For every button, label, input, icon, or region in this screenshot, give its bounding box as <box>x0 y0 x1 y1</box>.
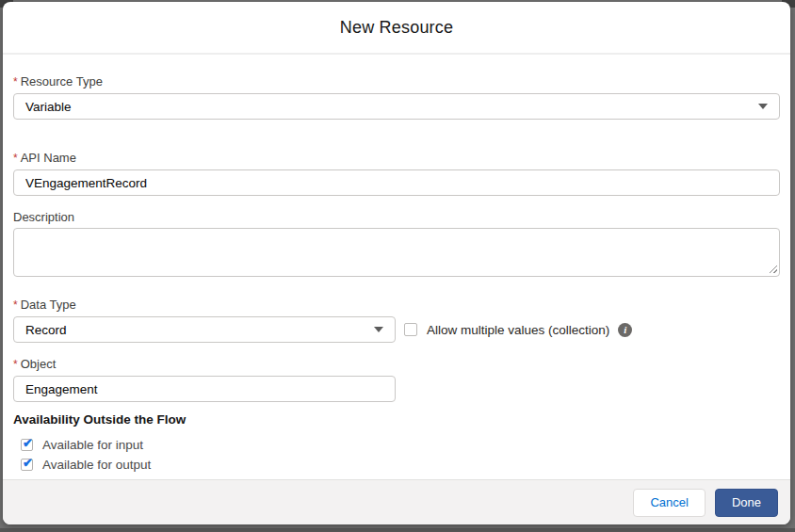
object-label: *Object <box>13 357 780 372</box>
object-label-text: Object <box>21 357 57 371</box>
data-type-combobox[interactable]: Record <box>13 316 396 343</box>
object-input[interactable] <box>13 376 396 402</box>
required-asterisk: * <box>13 152 18 165</box>
checkbox-box[interactable]: ✔ <box>21 439 33 451</box>
data-type-label: *Data Type <box>13 298 780 313</box>
checkbox-box[interactable]: ✔ <box>404 323 417 336</box>
required-asterisk: * <box>13 75 18 89</box>
dialog-body: *Resource Type Variable *API Name Descri… <box>3 74 790 475</box>
availability-section: Availability Outside the Flow ✔ Availabl… <box>13 412 780 475</box>
description-label: Description <box>13 210 780 224</box>
available-for-input-checkbox[interactable]: ✔ Available for input <box>21 435 780 455</box>
resource-type-value: Variable <box>25 100 751 114</box>
resource-type-field: *Resource Type Variable <box>13 74 780 120</box>
check-icon: ✔ <box>23 457 33 470</box>
cancel-button[interactable]: Cancel <box>633 489 705 517</box>
available-for-output-label: Available for output <box>42 458 151 472</box>
backdrop-shadow <box>0 528 795 532</box>
data-type-value: Record <box>25 323 366 337</box>
description-textarea-wrap <box>13 228 780 277</box>
api-name-label: *API Name <box>13 151 780 166</box>
api-name-label-text: API Name <box>21 151 76 165</box>
availability-heading: Availability Outside the Flow <box>13 412 780 427</box>
data-type-field: *Data Type Record ✔ Allow multiple value… <box>13 298 780 343</box>
info-icon[interactable]: i <box>618 323 632 337</box>
data-type-label-text: Data Type <box>21 298 76 312</box>
dialog-footer: Cancel Done <box>3 479 790 524</box>
description-label-text: Description <box>13 210 74 224</box>
chevron-down-icon <box>758 104 768 109</box>
done-button[interactable]: Done <box>715 489 778 517</box>
allow-multiple-label: Allow multiple values (collection) <box>427 323 609 337</box>
resource-type-label: *Resource Type <box>13 74 780 89</box>
dialog-title: New Resource <box>340 18 453 38</box>
description-field: Description <box>13 210 780 277</box>
object-field: *Object <box>13 357 780 402</box>
available-for-output-checkbox[interactable]: ✔ Available for output <box>21 455 780 475</box>
check-icon: ✔ <box>23 437 33 450</box>
required-asterisk: * <box>13 298 18 312</box>
checkbox-box[interactable]: ✔ <box>21 459 33 471</box>
description-textarea[interactable] <box>13 228 780 277</box>
api-name-field: *API Name <box>13 151 780 196</box>
available-for-input-label: Available for input <box>42 438 143 452</box>
required-asterisk: * <box>13 358 18 371</box>
chevron-down-icon <box>374 327 383 332</box>
resource-type-combobox[interactable]: Variable <box>13 93 780 120</box>
new-resource-dialog: New Resource *Resource Type Variable *AP… <box>3 2 790 524</box>
allow-multiple-checkbox[interactable]: ✔ Allow multiple values (collection) <box>404 323 609 337</box>
dialog-header: New Resource <box>3 2 790 55</box>
resource-type-label-text: Resource Type <box>21 74 103 89</box>
api-name-input[interactable] <box>13 169 780 196</box>
